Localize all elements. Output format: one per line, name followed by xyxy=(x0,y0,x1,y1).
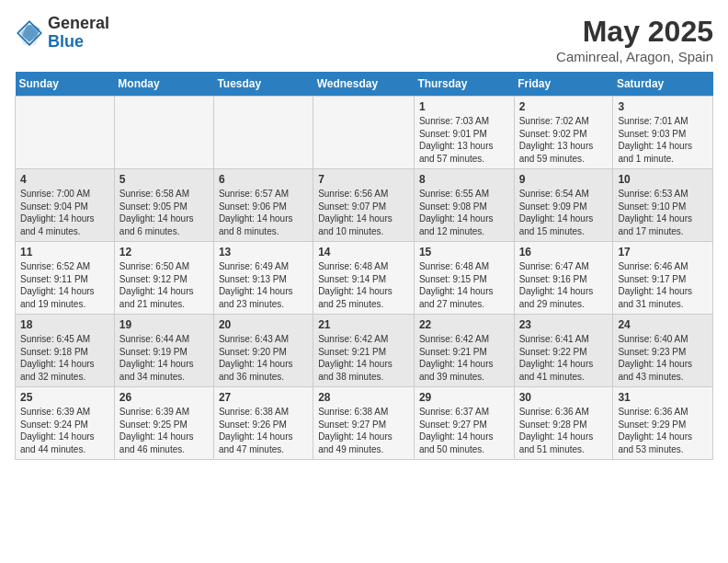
day-info: Sunrise: 6:48 AM Sunset: 9:15 PM Dayligh… xyxy=(419,260,509,310)
day-number: 26 xyxy=(119,391,209,404)
header-cell-monday: Monday xyxy=(114,72,213,97)
day-number: 1 xyxy=(419,100,509,113)
calendar-cell: 12Sunrise: 6:50 AM Sunset: 9:12 PM Dayli… xyxy=(114,242,213,315)
calendar-cell: 9Sunrise: 6:54 AM Sunset: 9:09 PM Daylig… xyxy=(514,169,613,242)
calendar-cell: 16Sunrise: 6:47 AM Sunset: 9:16 PM Dayli… xyxy=(514,242,613,315)
day-info: Sunrise: 6:42 AM Sunset: 9:21 PM Dayligh… xyxy=(318,333,409,383)
day-number: 19 xyxy=(119,318,209,331)
calendar-cell: 14Sunrise: 6:48 AM Sunset: 9:14 PM Dayli… xyxy=(313,242,415,315)
day-number: 9 xyxy=(519,173,609,186)
day-info: Sunrise: 6:36 AM Sunset: 9:29 PM Dayligh… xyxy=(618,406,708,455)
day-info: Sunrise: 6:45 AM Sunset: 9:18 PM Dayligh… xyxy=(20,333,109,383)
day-number: 16 xyxy=(519,246,609,259)
calendar-cell xyxy=(16,97,115,169)
calendar-cell: 15Sunrise: 6:48 AM Sunset: 9:15 PM Dayli… xyxy=(414,242,514,315)
day-info: Sunrise: 6:49 AM Sunset: 9:13 PM Dayligh… xyxy=(219,260,308,310)
calendar-cell: 13Sunrise: 6:49 AM Sunset: 9:13 PM Dayli… xyxy=(213,242,313,315)
calendar-cell: 2Sunrise: 7:02 AM Sunset: 9:02 PM Daylig… xyxy=(514,97,613,169)
day-info: Sunrise: 6:39 AM Sunset: 9:24 PM Dayligh… xyxy=(20,406,109,455)
day-info: Sunrise: 6:56 AM Sunset: 9:07 PM Dayligh… xyxy=(318,188,409,237)
calendar-table: SundayMondayTuesdayWednesdayThursdayFrid… xyxy=(15,72,713,460)
day-info: Sunrise: 6:42 AM Sunset: 9:21 PM Dayligh… xyxy=(419,333,509,383)
calendar-cell: 30Sunrise: 6:36 AM Sunset: 9:28 PM Dayli… xyxy=(514,387,613,460)
day-info: Sunrise: 6:54 AM Sunset: 9:09 PM Dayligh… xyxy=(519,188,609,237)
day-info: Sunrise: 6:39 AM Sunset: 9:25 PM Dayligh… xyxy=(119,406,209,455)
calendar-cell: 21Sunrise: 6:42 AM Sunset: 9:21 PM Dayli… xyxy=(313,315,415,387)
calendar-cell: 24Sunrise: 6:40 AM Sunset: 9:23 PM Dayli… xyxy=(613,315,713,387)
week-row-3: 11Sunrise: 6:52 AM Sunset: 9:11 PM Dayli… xyxy=(16,242,713,315)
day-number: 6 xyxy=(219,173,308,186)
logo-icon xyxy=(15,18,44,48)
calendar-cell: 19Sunrise: 6:44 AM Sunset: 9:19 PM Dayli… xyxy=(114,315,213,387)
logo-text: General Blue xyxy=(48,15,109,52)
calendar-cell: 18Sunrise: 6:45 AM Sunset: 9:18 PM Dayli… xyxy=(16,315,115,387)
day-number: 20 xyxy=(219,318,308,331)
header-row: SundayMondayTuesdayWednesdayThursdayFrid… xyxy=(16,72,713,97)
day-number: 2 xyxy=(519,100,609,113)
day-info: Sunrise: 7:01 AM Sunset: 9:03 PM Dayligh… xyxy=(618,115,708,165)
day-number: 7 xyxy=(318,173,409,186)
day-info: Sunrise: 6:41 AM Sunset: 9:22 PM Dayligh… xyxy=(519,333,609,383)
day-info: Sunrise: 6:43 AM Sunset: 9:20 PM Dayligh… xyxy=(219,333,308,383)
day-number: 22 xyxy=(419,318,509,331)
day-number: 25 xyxy=(20,391,109,404)
calendar-cell: 10Sunrise: 6:53 AM Sunset: 9:10 PM Dayli… xyxy=(613,169,713,242)
day-number: 17 xyxy=(618,246,708,259)
day-number: 15 xyxy=(419,246,509,259)
day-info: Sunrise: 6:44 AM Sunset: 9:19 PM Dayligh… xyxy=(119,333,209,383)
day-info: Sunrise: 7:02 AM Sunset: 9:02 PM Dayligh… xyxy=(519,115,609,165)
day-info: Sunrise: 6:52 AM Sunset: 9:11 PM Dayligh… xyxy=(20,260,109,310)
page-header: General Blue May 2025 Caminreal, Aragon,… xyxy=(15,15,713,64)
title-block: May 2025 Caminreal, Aragon, Spain xyxy=(556,15,713,64)
day-info: Sunrise: 6:38 AM Sunset: 9:26 PM Dayligh… xyxy=(219,406,308,455)
day-number: 8 xyxy=(419,173,509,186)
day-number: 24 xyxy=(618,318,708,331)
header-cell-friday: Friday xyxy=(514,72,613,97)
day-info: Sunrise: 6:55 AM Sunset: 9:08 PM Dayligh… xyxy=(419,188,509,237)
calendar-cell: 27Sunrise: 6:38 AM Sunset: 9:26 PM Dayli… xyxy=(213,387,313,460)
day-info: Sunrise: 6:50 AM Sunset: 9:12 PM Dayligh… xyxy=(119,260,209,310)
day-number: 18 xyxy=(20,318,109,331)
day-number: 13 xyxy=(219,246,308,259)
week-row-4: 18Sunrise: 6:45 AM Sunset: 9:18 PM Dayli… xyxy=(16,315,713,387)
day-info: Sunrise: 6:38 AM Sunset: 9:27 PM Dayligh… xyxy=(318,406,409,455)
day-number: 29 xyxy=(419,391,509,404)
calendar-cell: 11Sunrise: 6:52 AM Sunset: 9:11 PM Dayli… xyxy=(16,242,115,315)
calendar-cell: 23Sunrise: 6:41 AM Sunset: 9:22 PM Dayli… xyxy=(514,315,613,387)
logo: General Blue xyxy=(15,15,109,52)
day-number: 27 xyxy=(219,391,308,404)
main-title: May 2025 xyxy=(556,15,713,49)
day-number: 23 xyxy=(519,318,609,331)
day-info: Sunrise: 7:00 AM Sunset: 9:04 PM Dayligh… xyxy=(20,188,109,237)
day-number: 14 xyxy=(318,246,409,259)
calendar-cell: 4Sunrise: 7:00 AM Sunset: 9:04 PM Daylig… xyxy=(16,169,115,242)
calendar-cell: 3Sunrise: 7:01 AM Sunset: 9:03 PM Daylig… xyxy=(613,97,713,169)
header-cell-sunday: Sunday xyxy=(16,72,115,97)
calendar-cell: 28Sunrise: 6:38 AM Sunset: 9:27 PM Dayli… xyxy=(313,387,415,460)
header-cell-wednesday: Wednesday xyxy=(313,72,415,97)
day-info: Sunrise: 6:40 AM Sunset: 9:23 PM Dayligh… xyxy=(618,333,708,383)
week-row-5: 25Sunrise: 6:39 AM Sunset: 9:24 PM Dayli… xyxy=(16,387,713,460)
day-info: Sunrise: 6:47 AM Sunset: 9:16 PM Dayligh… xyxy=(519,260,609,310)
day-info: Sunrise: 6:48 AM Sunset: 9:14 PM Dayligh… xyxy=(318,260,409,310)
calendar-cell: 6Sunrise: 6:57 AM Sunset: 9:06 PM Daylig… xyxy=(213,169,313,242)
calendar-cell xyxy=(213,97,313,169)
header-cell-thursday: Thursday xyxy=(414,72,514,97)
day-number: 3 xyxy=(618,100,708,113)
day-number: 21 xyxy=(318,318,409,331)
calendar-cell: 7Sunrise: 6:56 AM Sunset: 9:07 PM Daylig… xyxy=(313,169,415,242)
day-info: Sunrise: 7:03 AM Sunset: 9:01 PM Dayligh… xyxy=(419,115,509,165)
calendar-cell: 26Sunrise: 6:39 AM Sunset: 9:25 PM Dayli… xyxy=(114,387,213,460)
logo-blue: Blue xyxy=(48,33,109,52)
calendar-cell: 20Sunrise: 6:43 AM Sunset: 9:20 PM Dayli… xyxy=(213,315,313,387)
day-number: 12 xyxy=(119,246,209,259)
day-number: 31 xyxy=(618,391,708,404)
calendar-cell: 5Sunrise: 6:58 AM Sunset: 9:05 PM Daylig… xyxy=(114,169,213,242)
day-number: 5 xyxy=(119,173,209,186)
week-row-1: 1Sunrise: 7:03 AM Sunset: 9:01 PM Daylig… xyxy=(16,97,713,169)
calendar-cell: 31Sunrise: 6:36 AM Sunset: 9:29 PM Dayli… xyxy=(613,387,713,460)
calendar-cell: 25Sunrise: 6:39 AM Sunset: 9:24 PM Dayli… xyxy=(16,387,115,460)
day-info: Sunrise: 6:46 AM Sunset: 9:17 PM Dayligh… xyxy=(618,260,708,310)
day-info: Sunrise: 6:37 AM Sunset: 9:27 PM Dayligh… xyxy=(419,406,509,455)
day-info: Sunrise: 6:58 AM Sunset: 9:05 PM Dayligh… xyxy=(119,188,209,237)
